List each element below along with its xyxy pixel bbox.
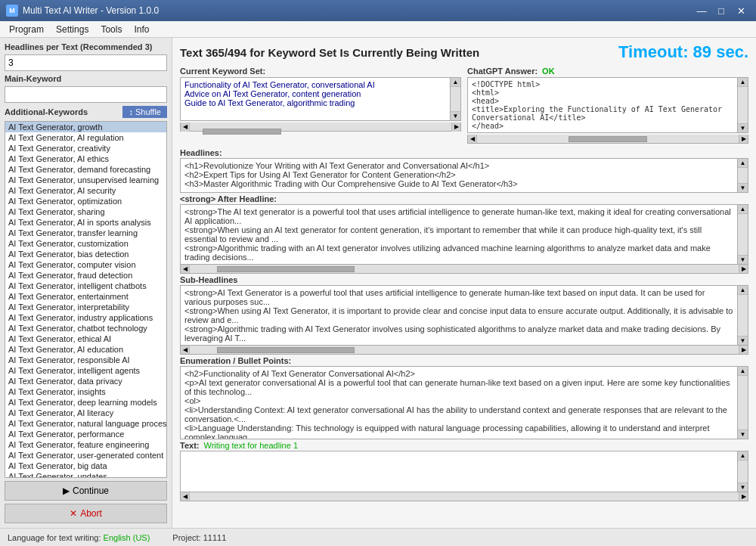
chatgpt-label: ChatGPT Answer:: [467, 67, 538, 76]
chatgpt-content: <!DOCTYPE html> <html> <head> <title>Exp…: [467, 77, 738, 133]
current-keyword-text: Functionality of AI Text Generator, conv…: [180, 77, 451, 121]
keyword-item[interactable]: AI Text Generator, computer vision: [5, 259, 166, 270]
abort-icon: ✕: [70, 508, 77, 519]
keyword-item[interactable]: AI Text Generator, growth: [5, 122, 166, 132]
titlebar-title: M Multi Text AI Writer - Version 1.0.0: [6, 5, 159, 17]
keyword-item[interactable]: AI Text Generator, bias detection: [5, 249, 166, 259]
main-container: Headlines per Text (Recommended 3) Main-…: [0, 38, 756, 528]
project-value: 11111: [203, 533, 227, 542]
keyword-item[interactable]: AI Text Generator, intelligent chatbots: [5, 281, 166, 291]
keyword-item[interactable]: AI Text Generator, interpretability: [5, 302, 166, 312]
sidebar: Headlines per Text (Recommended 3) Main-…: [0, 38, 172, 528]
enumeration-box: <h2>Functionality of AI Text Generator C…: [180, 366, 738, 439]
headlines-label: Headlines per Text (Recommended 3): [5, 42, 167, 51]
text-value: Writing text for headline 1: [203, 441, 298, 450]
text-label: Text:: [180, 441, 199, 450]
keyword-item[interactable]: AI Text Generator, insights: [5, 386, 166, 397]
keyword-item[interactable]: AI Text Generator, big data: [5, 461, 166, 471]
keyword-item[interactable]: AI Text Generator, fraud detection: [5, 270, 166, 281]
keyword-item[interactable]: AI Text Generator, performance: [5, 429, 166, 439]
sub-headlines-section-label: Sub-Headlines: [172, 274, 756, 285]
after-headline-section-label: <strong> After Headline:: [172, 193, 756, 204]
keyword-item[interactable]: AI Text Generator, unsupervised learning: [5, 175, 166, 185]
shuffle-icon: ↕: [129, 107, 133, 116]
text-label-row: Text: Writing text for headline 1: [172, 439, 756, 451]
continue-button[interactable]: ▶ ▶ Continue Continue: [5, 481, 167, 501]
sub-headlines-content: <strong>AI Text Generator is a powerful …: [181, 286, 737, 345]
abort-label: Abort: [80, 508, 102, 519]
keyword-item[interactable]: AI Text Generator, transfer learning: [5, 228, 166, 238]
enumeration-content: <h2>Functionality of AI Text Generator C…: [181, 367, 737, 439]
titlebar: M Multi Text AI Writer - Version 1.0.0 —…: [0, 0, 756, 21]
abort-button[interactable]: ✕ Abort: [5, 504, 167, 523]
text-writing-area: [180, 451, 738, 492]
keyword-item[interactable]: AI Text Generator, AI education: [5, 344, 166, 355]
keyword-item[interactable]: AI Text Generator, AI ethics: [5, 154, 166, 164]
keyword-item[interactable]: AI Text Generator, AI literacy: [5, 408, 166, 418]
menu-info[interactable]: Info: [128, 23, 155, 36]
menu-tools[interactable]: Tools: [94, 23, 128, 36]
close-button[interactable]: ✕: [732, 3, 750, 18]
timeout-display: Timeout: 89 sec.: [618, 42, 748, 62]
enumeration-section-label: Enumeration / Bullet Points:: [172, 355, 756, 366]
additional-keywords-label: Additional-Keywords: [5, 107, 88, 116]
keyword-item[interactable]: AI Text Generator, natural language proc…: [5, 418, 166, 429]
keyword-item[interactable]: AI Text Generator, feature engineering: [5, 439, 166, 450]
keyword-row: Current Keyword Set: Functionality of AI…: [172, 65, 756, 147]
keyword-item[interactable]: AI Text Generator, ethical AI: [5, 333, 166, 344]
headlines-input[interactable]: [5, 54, 167, 71]
shuffle-label: Shuffle: [135, 107, 161, 116]
menubar: Program Settings Tools Info: [0, 21, 756, 38]
content-header: Text 365/494 for Keyword Set Is Currentl…: [172, 38, 756, 65]
main-keyword-label: Main-Keyword: [5, 74, 167, 83]
keyword-item[interactable]: AI Text Generator, AI security: [5, 185, 166, 196]
keyword-item[interactable]: AI Text Generator, AI in sports analysis: [5, 217, 166, 228]
content-title: Text 365/494 for Keyword Set Is Currentl…: [180, 46, 479, 59]
keyword-item[interactable]: AI Text Generator, deep learning models: [5, 397, 166, 408]
keyword-item[interactable]: AI Text Generator, user-generated conten…: [5, 450, 166, 461]
headlines-box: <h1>Revolutionize Your Writing with AI T…: [180, 158, 738, 193]
keyword-item[interactable]: AI Text Generator, updates: [5, 471, 166, 478]
sub-headlines-box: <strong>AI Text Generator is a powerful …: [180, 285, 738, 346]
language-label: Language for text writing: English (US): [8, 533, 150, 542]
keyword-item[interactable]: AI Text Generator, AI regulation: [5, 132, 166, 143]
keyword-item[interactable]: AI Text Generator, entertainment: [5, 291, 166, 302]
keyword-item[interactable]: AI Text Generator, customization: [5, 238, 166, 249]
headlines-content: <h1>Revolutionize Your Writing with AI T…: [181, 159, 737, 192]
titlebar-title-text: Multi Text AI Writer - Version 1.0.0: [23, 5, 159, 16]
statusbar: Language for text writing: English (US) …: [0, 528, 756, 546]
shuffle-button[interactable]: ↕ Shuffle: [122, 106, 167, 118]
menu-settings[interactable]: Settings: [50, 23, 94, 36]
additional-keywords-header: Additional-Keywords ↕ Shuffle: [5, 106, 167, 118]
keywords-list[interactable]: AI Text Generator, growthAI Text Generat…: [5, 121, 167, 478]
after-headline-content: <strong>The AI text generator is a power…: [181, 205, 737, 264]
current-keyword-panel: Current Keyword Set: Functionality of AI…: [180, 67, 461, 144]
current-keyword-label: Current Keyword Set:: [180, 67, 461, 76]
language-value: English (US): [104, 533, 150, 542]
keyword-item[interactable]: AI Text Generator, intelligent agents: [5, 365, 166, 376]
keyword-item[interactable]: AI Text Generator, sharing: [5, 206, 166, 217]
keyword-item[interactable]: AI Text Generator, chatbot technology: [5, 323, 166, 333]
keyword-item[interactable]: AI Text Generator, creativity: [5, 143, 166, 154]
keyword-item[interactable]: AI Text Generator, responsible AI: [5, 355, 166, 365]
minimize-button[interactable]: —: [692, 3, 711, 18]
chatgpt-status: OK: [542, 67, 555, 76]
play-icon: ▶: [63, 486, 70, 496]
menu-program[interactable]: Program: [3, 23, 50, 36]
keyword-item[interactable]: AI Text Generator, data privacy: [5, 376, 166, 386]
maximize-button[interactable]: □: [712, 3, 730, 18]
chatgpt-label-row: ChatGPT Answer: OK: [467, 67, 748, 76]
chatgpt-panel: ChatGPT Answer: OK <!DOCTYPE html> <html…: [467, 67, 748, 144]
keyword-item[interactable]: AI Text Generator, optimization: [5, 196, 166, 206]
sidebar-bottom: ▶ ▶ Continue Continue ✕ Abort: [5, 481, 167, 523]
headlines-section-label: Headlines:: [172, 147, 756, 158]
titlebar-controls: — □ ✕: [692, 3, 750, 18]
keyword-item[interactable]: AI Text Generator, industry applications: [5, 312, 166, 323]
project-label: Project: 11111: [172, 533, 226, 542]
content-area: Text 365/494 for Keyword Set Is Currentl…: [172, 38, 756, 528]
keyword-item[interactable]: AI Text Generator, demand forecasting: [5, 164, 166, 175]
after-headline-box: <strong>The AI text generator is a power…: [180, 204, 738, 265]
main-keyword-input[interactable]: [5, 86, 167, 103]
app-icon: M: [6, 5, 18, 17]
